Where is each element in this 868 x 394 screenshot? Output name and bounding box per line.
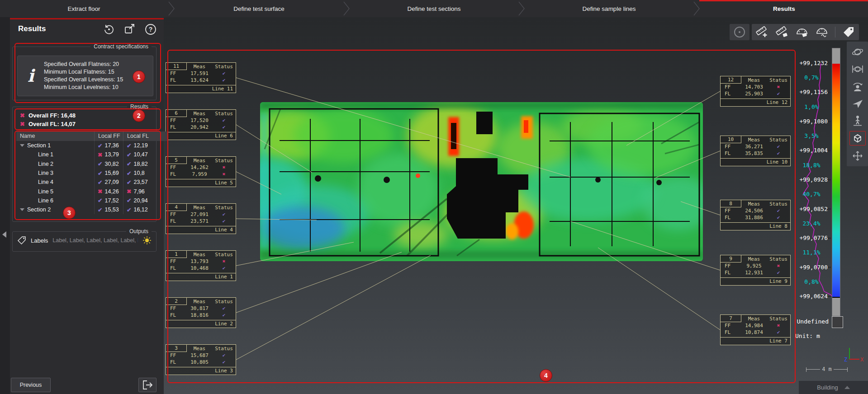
measurement-label[interactable]: 12MeasStatus FF14,703 FL25,903 Line 12 — [720, 76, 791, 107]
status-icon — [98, 206, 102, 213]
step-extract-floor[interactable]: Extract floor — [0, 0, 168, 17]
scale-percent: 40,7% — [795, 191, 828, 198]
step-define-test-sections[interactable]: Define test sections — [350, 0, 518, 17]
measurement-label[interactable]: 3MeasStatus FF15,687 FL10,805 Line 3 — [166, 344, 236, 375]
chevron-down-icon[interactable] — [20, 144, 24, 147]
contract-info-box: i Specified Overall Flatness: 20 Minimum… — [17, 56, 153, 96]
chevron-down-icon[interactable] — [20, 208, 24, 211]
status-icon — [212, 218, 236, 224]
table-row-line6[interactable]: Line 6 17,52 20,94 — [16, 196, 168, 205]
table-row-section2[interactable]: Section 2 15,53 16,12 — [16, 205, 168, 214]
status-icon — [127, 170, 131, 177]
table-row-line4[interactable]: Line 4 27,09 23,57 — [16, 178, 168, 187]
limit-box-tool-button[interactable] — [730, 24, 749, 40]
add-measurement-icon[interactable] — [755, 25, 769, 39]
scale-value: +99,0776 — [795, 235, 828, 242]
step-separator-icon — [168, 0, 175, 17]
orbit-icon[interactable] — [850, 45, 865, 59]
measurement-label[interactable]: 1MeasStatus FF13,793 FL10,468 Line 1 — [166, 250, 236, 281]
unit-label: Unit: m — [795, 333, 840, 339]
measurement-label[interactable]: 10MeasStatus FF36,271 FL35,835 Line 10 — [720, 136, 791, 166]
status-icon — [98, 170, 102, 177]
table-header: Name Local FF Local FL — [16, 131, 168, 141]
results-table: Name Local FF Local FL Section 1 17,36 1… — [16, 131, 168, 214]
constrained-orbit-icon[interactable] — [850, 62, 865, 76]
labels-title: Labels — [31, 237, 48, 244]
status-icon — [212, 117, 236, 123]
table-row-section1[interactable]: Section 1 17,36 12,19 — [16, 141, 168, 150]
help-icon[interactable]: ? — [144, 23, 157, 36]
measurement-label[interactable]: 11MeasStatus FF17,591 FL13,624 Line 11 — [166, 62, 236, 93]
expand-up-icon — [844, 386, 850, 389]
scale-value: +99,0928 — [795, 176, 828, 183]
scale-percent: 3,5% — [795, 132, 828, 140]
status-icon — [767, 150, 790, 156]
status-icon — [127, 188, 131, 195]
spec-line: Minimum Local Levelness: 10 — [44, 84, 123, 91]
undefined-color-swatch[interactable] — [832, 316, 843, 328]
status-icon — [212, 265, 236, 271]
status-icon — [127, 179, 131, 186]
spec-line: Specified Overall Levelness: 15 — [44, 76, 123, 84]
overall-ff-row: Overall FF: 16,48 — [16, 111, 152, 120]
status-icon — [767, 208, 790, 214]
tag-icon — [17, 236, 26, 245]
status-icon — [98, 151, 102, 158]
status-icon — [127, 160, 131, 167]
table-row-line1[interactable]: Line 1 13,79 10,47 — [16, 150, 168, 159]
history-icon[interactable] — [102, 23, 116, 36]
export-results-button[interactable] — [138, 378, 157, 392]
table-row-line2[interactable]: Line 2 30,82 18,82 — [16, 159, 168, 169]
panel-accent-line — [10, 18, 164, 19]
measurement-label[interactable]: 8MeasStatus FF24,506 FL31,886 Line 8 — [720, 200, 791, 230]
status-icon — [212, 124, 236, 130]
remove-angle-icon[interactable] — [795, 25, 809, 39]
status-icon — [98, 179, 102, 186]
labels-output-row[interactable]: Labels Label, Label, Label, Label, Label… — [17, 236, 152, 245]
fly-icon[interactable] — [850, 97, 865, 110]
walk-icon[interactable] — [850, 114, 865, 127]
status-icon — [767, 270, 790, 276]
view-cube-icon[interactable] — [849, 131, 866, 145]
export-window-icon[interactable] — [123, 23, 137, 36]
scale-percent: 11,1% — [795, 249, 828, 256]
step-separator-icon — [518, 0, 525, 17]
step-define-test-surface[interactable]: Define test surface — [175, 0, 343, 17]
status-icon — [127, 206, 131, 213]
export-arrow-icon — [141, 379, 154, 391]
measurement-label[interactable]: 5MeasStatus FF14,262 FL7,959 Line 5 — [166, 156, 236, 187]
measurement-label[interactable]: 4MeasStatus FF27,091 FL23,571 Line 4 — [166, 203, 236, 234]
table-row-line3[interactable]: Line 3 15,69 10,8 — [16, 169, 168, 178]
workflow-step-bar: Extract floor Define test surface Define… — [0, 0, 868, 18]
outputs-group: Outputs Labels Label, Label, Label, Labe… — [12, 231, 157, 252]
measurement-label[interactable]: 7MeasStatus FF14,984 FL10,874 Line 7 — [720, 314, 791, 345]
sun-icon[interactable] — [142, 236, 152, 245]
previous-button[interactable]: Previous — [11, 378, 51, 392]
scale-percent: 0,8% — [795, 278, 828, 286]
scale-percent: 23,4% — [795, 220, 828, 227]
collapse-panel-icon[interactable] — [2, 231, 6, 238]
scale-percent: 0,7% — [795, 74, 828, 81]
scale-value: +99,1156 — [795, 89, 828, 96]
step-define-sample-lines[interactable]: Define sample lines — [525, 0, 693, 17]
status-icon — [212, 164, 236, 170]
measurement-label[interactable]: 6MeasStatus FF17,520 FL20,942 Line 6 — [166, 109, 236, 140]
building-selector-button[interactable]: Building — [799, 381, 868, 394]
remove-measurement-icon[interactable] — [775, 25, 789, 39]
tag-icon[interactable] — [842, 25, 855, 39]
table-row-line5[interactable]: Line 5 14,26 7,96 — [16, 187, 168, 196]
measurement-label[interactable]: 9MeasStatus FF9,925 FL12,931 Line 9 — [720, 255, 791, 286]
step-results[interactable]: Results — [700, 0, 868, 17]
spec-line: Specified Overall Flatness: 20 — [44, 61, 123, 68]
group-title: Contract specifications — [90, 43, 152, 50]
angle-profile-icon[interactable] — [815, 25, 829, 39]
spec-line: Minimum Local Flatness: 15 — [44, 68, 123, 76]
elevation-colorbar[interactable] — [832, 48, 840, 316]
pan-icon[interactable] — [850, 149, 865, 163]
active-step-indicator — [699, 0, 868, 1]
status-icon — [212, 312, 236, 318]
svg-text:?: ? — [149, 26, 153, 33]
measurement-label[interactable]: 2MeasStatus FF30,817 FL18,816 Line 2 — [166, 297, 236, 328]
examine-icon[interactable] — [850, 80, 865, 93]
panel-edge-strip — [0, 17, 10, 394]
